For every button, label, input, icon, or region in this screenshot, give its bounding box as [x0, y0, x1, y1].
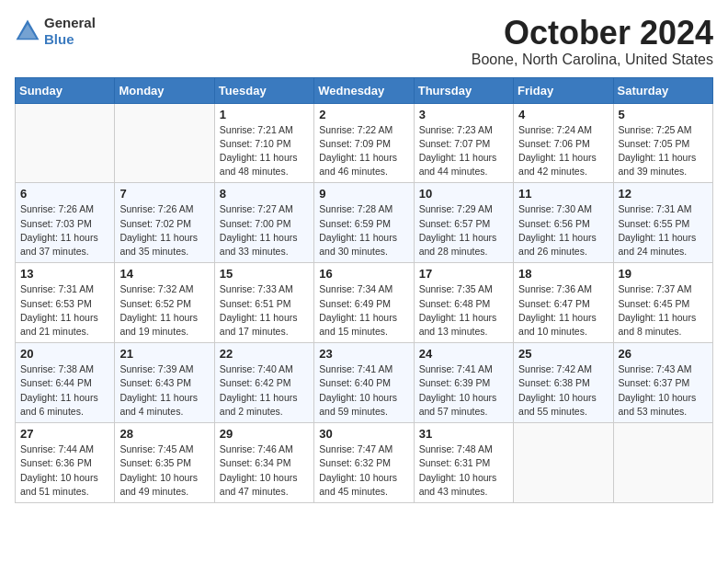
calendar-cell: 11Sunrise: 7:30 AM Sunset: 6:56 PM Dayli… — [514, 183, 613, 263]
calendar-cell: 4Sunrise: 7:24 AM Sunset: 7:06 PM Daylig… — [514, 103, 613, 183]
calendar-week-2: 6Sunrise: 7:26 AM Sunset: 7:03 PM Daylig… — [16, 183, 713, 263]
calendar-cell — [514, 423, 613, 503]
calendar-cell — [115, 103, 214, 183]
day-info: Sunrise: 7:36 AM Sunset: 6:47 PM Dayligh… — [518, 282, 608, 339]
day-info: Sunrise: 7:37 AM Sunset: 6:45 PM Dayligh… — [619, 282, 708, 339]
location-title: Boone, North Carolina, United States — [472, 52, 713, 68]
day-info: Sunrise: 7:46 AM Sunset: 6:34 PM Dayligh… — [220, 442, 309, 499]
month-title: October 2024 — [472, 15, 713, 52]
calendar-cell: 17Sunrise: 7:35 AM Sunset: 6:48 PM Dayli… — [414, 263, 513, 343]
calendar-week-4: 20Sunrise: 7:38 AM Sunset: 6:44 PM Dayli… — [16, 343, 713, 423]
day-info: Sunrise: 7:48 AM Sunset: 6:31 PM Dayligh… — [419, 442, 508, 499]
calendar-cell: 25Sunrise: 7:42 AM Sunset: 6:38 PM Dayli… — [514, 343, 613, 423]
day-info: Sunrise: 7:47 AM Sunset: 6:32 PM Dayligh… — [319, 442, 408, 499]
day-info: Sunrise: 7:30 AM Sunset: 6:56 PM Dayligh… — [518, 202, 608, 259]
calendar-cell: 21Sunrise: 7:39 AM Sunset: 6:43 PM Dayli… — [115, 343, 214, 423]
day-info: Sunrise: 7:23 AM Sunset: 7:07 PM Dayligh… — [419, 123, 508, 179]
day-number: 19 — [619, 267, 708, 281]
calendar-cell: 23Sunrise: 7:41 AM Sunset: 6:40 PM Dayli… — [314, 343, 414, 423]
calendar-cell: 29Sunrise: 7:46 AM Sunset: 6:34 PM Dayli… — [214, 423, 313, 503]
day-number: 24 — [419, 347, 508, 361]
calendar-cell: 5Sunrise: 7:25 AM Sunset: 7:05 PM Daylig… — [613, 103, 712, 183]
day-info: Sunrise: 7:34 AM Sunset: 6:49 PM Dayligh… — [319, 282, 408, 339]
day-number: 28 — [119, 427, 209, 441]
calendar-cell: 2Sunrise: 7:22 AM Sunset: 7:09 PM Daylig… — [314, 103, 414, 183]
day-number: 4 — [518, 108, 608, 121]
day-number: 7 — [119, 187, 209, 201]
calendar-cell: 12Sunrise: 7:31 AM Sunset: 6:55 PM Dayli… — [613, 183, 712, 263]
calendar-cell: 31Sunrise: 7:48 AM Sunset: 6:31 PM Dayli… — [414, 423, 513, 503]
logo: General Blue — [15, 15, 96, 48]
calendar-cell: 20Sunrise: 7:38 AM Sunset: 6:44 PM Dayli… — [16, 343, 115, 423]
day-info: Sunrise: 7:31 AM Sunset: 6:55 PM Dayligh… — [619, 202, 708, 259]
day-info: Sunrise: 7:29 AM Sunset: 6:57 PM Dayligh… — [419, 202, 508, 259]
day-number: 18 — [518, 267, 608, 281]
day-number: 23 — [319, 347, 408, 361]
logo-general: General — [44, 15, 96, 30]
day-info: Sunrise: 7:27 AM Sunset: 7:00 PM Dayligh… — [220, 202, 309, 259]
calendar-week-5: 27Sunrise: 7:44 AM Sunset: 6:36 PM Dayli… — [16, 423, 713, 503]
day-number: 16 — [319, 267, 408, 281]
day-number: 8 — [220, 187, 309, 201]
day-number: 29 — [220, 427, 309, 441]
weekday-header-row: SundayMondayTuesdayWednesdayThursdayFrid… — [16, 77, 713, 103]
day-number: 26 — [619, 347, 708, 361]
weekday-header-saturday: Saturday — [613, 77, 712, 103]
calendar-cell: 30Sunrise: 7:47 AM Sunset: 6:32 PM Dayli… — [314, 423, 414, 503]
day-info: Sunrise: 7:32 AM Sunset: 6:52 PM Dayligh… — [119, 282, 209, 339]
day-number: 21 — [119, 347, 209, 361]
day-number: 9 — [319, 187, 408, 201]
calendar-cell: 27Sunrise: 7:44 AM Sunset: 6:36 PM Dayli… — [16, 423, 115, 503]
calendar-cell: 15Sunrise: 7:33 AM Sunset: 6:51 PM Dayli… — [214, 263, 313, 343]
day-number: 17 — [419, 267, 508, 281]
day-info: Sunrise: 7:26 AM Sunset: 7:02 PM Dayligh… — [119, 202, 209, 259]
calendar-cell: 16Sunrise: 7:34 AM Sunset: 6:49 PM Dayli… — [314, 263, 414, 343]
day-number: 20 — [20, 347, 109, 361]
calendar-table: SundayMondayTuesdayWednesdayThursdayFrid… — [15, 77, 713, 503]
day-info: Sunrise: 7:24 AM Sunset: 7:06 PM Dayligh… — [518, 123, 608, 179]
calendar-cell — [16, 103, 115, 183]
day-number: 1 — [220, 108, 309, 121]
logo-icon — [15, 18, 40, 44]
day-info: Sunrise: 7:38 AM Sunset: 6:44 PM Dayligh… — [20, 362, 109, 419]
calendar-cell: 9Sunrise: 7:28 AM Sunset: 6:59 PM Daylig… — [314, 183, 414, 263]
calendar-cell: 14Sunrise: 7:32 AM Sunset: 6:52 PM Dayli… — [115, 263, 214, 343]
calendar-cell: 8Sunrise: 7:27 AM Sunset: 7:00 PM Daylig… — [214, 183, 313, 263]
calendar-cell: 13Sunrise: 7:31 AM Sunset: 6:53 PM Dayli… — [16, 263, 115, 343]
day-info: Sunrise: 7:41 AM Sunset: 6:40 PM Dayligh… — [319, 362, 408, 419]
day-info: Sunrise: 7:26 AM Sunset: 7:03 PM Dayligh… — [20, 202, 109, 259]
calendar-cell: 3Sunrise: 7:23 AM Sunset: 7:07 PM Daylig… — [414, 103, 513, 183]
day-info: Sunrise: 7:21 AM Sunset: 7:10 PM Dayligh… — [220, 123, 309, 179]
calendar-cell: 10Sunrise: 7:29 AM Sunset: 6:57 PM Dayli… — [414, 183, 513, 263]
calendar-cell: 22Sunrise: 7:40 AM Sunset: 6:42 PM Dayli… — [214, 343, 313, 423]
weekday-header-tuesday: Tuesday — [214, 77, 313, 103]
logo-blue: Blue — [44, 31, 74, 47]
day-info: Sunrise: 7:33 AM Sunset: 6:51 PM Dayligh… — [220, 282, 309, 339]
day-number: 31 — [419, 427, 508, 441]
day-info: Sunrise: 7:43 AM Sunset: 6:37 PM Dayligh… — [619, 362, 708, 419]
day-number: 3 — [419, 108, 508, 121]
day-number: 12 — [619, 187, 708, 201]
day-info: Sunrise: 7:35 AM Sunset: 6:48 PM Dayligh… — [419, 282, 508, 339]
weekday-header-monday: Monday — [115, 77, 214, 103]
day-number: 14 — [119, 267, 209, 281]
calendar-cell: 26Sunrise: 7:43 AM Sunset: 6:37 PM Dayli… — [613, 343, 712, 423]
day-number: 13 — [20, 267, 109, 281]
day-info: Sunrise: 7:22 AM Sunset: 7:09 PM Dayligh… — [319, 123, 408, 179]
day-number: 5 — [619, 108, 708, 121]
page-header: General Blue October 2024 Boone, North C… — [15, 15, 713, 68]
day-number: 30 — [319, 427, 408, 441]
day-number: 11 — [518, 187, 608, 201]
title-block: October 2024 Boone, North Carolina, Unit… — [472, 15, 713, 68]
calendar-cell: 6Sunrise: 7:26 AM Sunset: 7:03 PM Daylig… — [16, 183, 115, 263]
day-info: Sunrise: 7:40 AM Sunset: 6:42 PM Dayligh… — [220, 362, 309, 419]
day-number: 22 — [220, 347, 309, 361]
calendar-cell: 24Sunrise: 7:41 AM Sunset: 6:39 PM Dayli… — [414, 343, 513, 423]
calendar-cell: 28Sunrise: 7:45 AM Sunset: 6:35 PM Dayli… — [115, 423, 214, 503]
day-info: Sunrise: 7:31 AM Sunset: 6:53 PM Dayligh… — [20, 282, 109, 339]
day-number: 15 — [220, 267, 309, 281]
day-number: 6 — [20, 187, 109, 201]
weekday-header-wednesday: Wednesday — [314, 77, 414, 103]
day-info: Sunrise: 7:45 AM Sunset: 6:35 PM Dayligh… — [119, 442, 209, 499]
day-number: 27 — [20, 427, 109, 441]
